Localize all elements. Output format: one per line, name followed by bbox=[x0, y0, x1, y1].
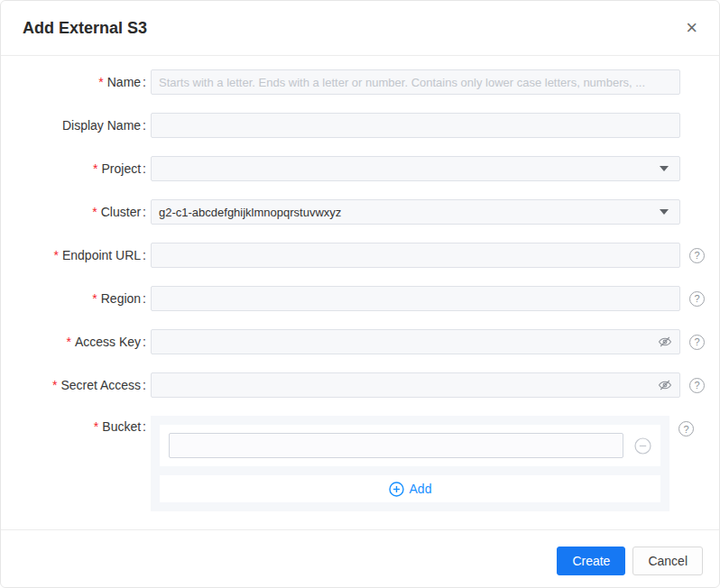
help-icon[interactable]: ? bbox=[689, 248, 705, 263]
form-row-secret-access: *Secret Access ? bbox=[1, 372, 719, 398]
cluster-label: *Cluster bbox=[1, 199, 151, 225]
help-icon[interactable]: ? bbox=[689, 335, 705, 350]
cancel-button[interactable]: Cancel bbox=[632, 547, 703, 575]
help-icon[interactable]: ? bbox=[678, 421, 694, 436]
required-asterisk: * bbox=[94, 419, 98, 434]
required-asterisk: * bbox=[67, 335, 71, 349]
access-key-label: *Access Key bbox=[1, 329, 151, 354]
required-asterisk: * bbox=[92, 205, 97, 219]
display-name-input[interactable] bbox=[151, 113, 680, 138]
modal-header: Add External S3 × bbox=[1, 1, 719, 56]
cluster-select-value: g2-c1-abcdefghijklmnopqrstuvwxyz bbox=[159, 206, 341, 219]
required-asterisk: * bbox=[92, 291, 97, 306]
chevron-down-icon bbox=[660, 166, 669, 171]
required-asterisk: * bbox=[52, 378, 57, 392]
project-select[interactable] bbox=[151, 156, 680, 181]
form-row-name: *Name bbox=[1, 69, 719, 95]
form-row-access-key: *Access Key ? bbox=[1, 329, 719, 354]
form-row-bucket: *Bucket bbox=[1, 416, 719, 511]
secret-access-label: *Secret Access bbox=[1, 372, 151, 398]
access-key-input[interactable] bbox=[151, 329, 680, 354]
form-row-region: *Region ? bbox=[1, 286, 719, 311]
close-icon[interactable]: × bbox=[686, 18, 697, 38]
name-label: *Name bbox=[1, 69, 151, 95]
secret-access-input[interactable] bbox=[151, 372, 680, 398]
help-icon[interactable]: ? bbox=[689, 291, 705, 307]
add-bucket-button[interactable]: Add bbox=[160, 475, 660, 502]
plus-circle-icon bbox=[389, 482, 404, 497]
cluster-select[interactable]: g2-c1-abcdefghijklmnopqrstuvwxyz bbox=[151, 199, 680, 225]
modal-body: *Name Display Name *Project bbox=[1, 56, 719, 529]
remove-bucket-icon[interactable] bbox=[634, 437, 651, 455]
endpoint-url-label: *Endpoint URL bbox=[1, 243, 151, 268]
modal-footer: Create Cancel bbox=[1, 529, 719, 588]
required-asterisk: * bbox=[93, 161, 97, 176]
bucket-label: *Bucket bbox=[1, 416, 151, 436]
display-name-label: Display Name bbox=[1, 113, 151, 138]
region-input[interactable] bbox=[151, 286, 680, 311]
add-external-s3-modal: Add External S3 × *Name Display Name *Pr… bbox=[0, 0, 720, 588]
help-icon[interactable]: ? bbox=[689, 378, 705, 393]
endpoint-url-input[interactable] bbox=[151, 243, 680, 268]
required-asterisk: * bbox=[98, 75, 103, 89]
form-row-display-name: Display Name bbox=[1, 113, 719, 138]
add-bucket-label: Add bbox=[410, 482, 432, 496]
form-row-cluster: *Cluster g2-c1-abcdefghijklmnopqrstuvwxy… bbox=[1, 199, 719, 225]
eye-invisible-icon[interactable] bbox=[658, 335, 672, 349]
bucket-input[interactable] bbox=[169, 433, 623, 458]
chevron-down-icon bbox=[660, 209, 669, 215]
required-asterisk: * bbox=[53, 248, 58, 262]
name-input[interactable] bbox=[151, 69, 680, 95]
region-label: *Region bbox=[1, 286, 151, 311]
bucket-item-row bbox=[160, 425, 660, 466]
form-row-endpoint-url: *Endpoint URL ? bbox=[1, 243, 719, 268]
create-button[interactable]: Create bbox=[557, 547, 625, 575]
eye-invisible-icon[interactable] bbox=[658, 378, 672, 392]
modal-title: Add External S3 bbox=[23, 19, 147, 38]
project-label: *Project bbox=[1, 156, 151, 181]
form-row-project: *Project bbox=[1, 156, 719, 181]
bucket-panel: Add bbox=[151, 416, 669, 511]
